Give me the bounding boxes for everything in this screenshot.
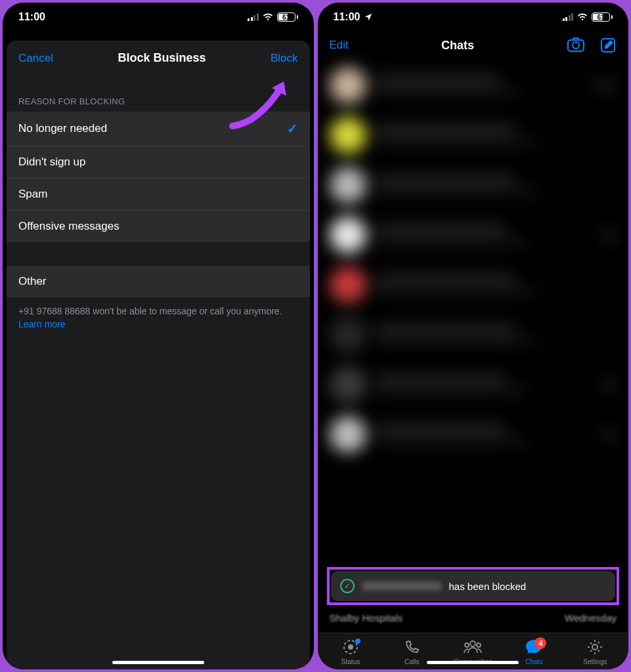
blocked-toast: ✓ has been blocked [331, 571, 616, 601]
svg-point-7 [477, 643, 481, 647]
avatar [330, 366, 366, 403]
status-time: 11:00 [18, 11, 45, 23]
chat-time: Today [592, 80, 617, 91]
reason-offensive[interactable]: Offensive messages [7, 211, 310, 242]
reason-label: Spam [18, 188, 47, 201]
reason-spam[interactable]: Spam [7, 178, 310, 211]
battery-icon: 61 [277, 12, 298, 22]
reason-no-longer-needed[interactable]: No longer needed ✓ [7, 112, 310, 146]
wifi-icon [577, 12, 588, 22]
reason-label: Other [18, 275, 47, 288]
tab-label: Calls [404, 658, 419, 665]
avatar [330, 117, 366, 154]
tab-label: Chats [525, 658, 542, 665]
chat-row[interactable] [323, 110, 624, 160]
chats-badge: 4 [534, 637, 546, 649]
tab-label: Status [341, 658, 360, 665]
svg-point-4 [348, 644, 353, 650]
svg-point-5 [470, 641, 475, 646]
peek-row: Shalby HospitalsWednesday [330, 612, 617, 623]
nav-bar: Edit Chats [318, 32, 629, 60]
nav-title: Chats [441, 39, 474, 52]
wifi-icon [262, 12, 274, 22]
tab-status[interactable]: Status [328, 639, 374, 665]
toast-text: has been blocked [449, 581, 527, 592]
avatar [330, 266, 366, 303]
reason-didnt-sign-up[interactable]: Didn't sign up [7, 146, 310, 178]
toast-highlight: ✓ has been blocked [327, 567, 620, 605]
chat-row[interactable]: day [323, 410, 624, 459]
status-dot-icon [355, 639, 360, 644]
chat-row[interactable]: day [323, 360, 624, 410]
tab-label: Settings [583, 658, 607, 665]
location-icon [364, 12, 373, 22]
checkmark-icon: ✓ [287, 121, 298, 136]
status-time: 11:00 [334, 11, 360, 23]
section-header: REASON FOR BLOCKING [7, 75, 310, 112]
svg-point-8 [592, 644, 598, 650]
block-button[interactable]: Block [271, 52, 298, 65]
avatar [330, 316, 366, 353]
block-sheet: Cancel Block Business Block REASON FOR B… [7, 41, 310, 669]
reason-list: No longer needed ✓ Didn't sign up Spam O… [7, 112, 310, 242]
signal-icon [248, 13, 259, 21]
learn-more-link[interactable]: Learn more [18, 319, 66, 329]
reason-label: No longer needed [18, 122, 107, 135]
phone-right-chats: 11:00 61 Edit Chats Todaydaydayday ✓ has… [318, 3, 629, 669]
chat-row[interactable] [323, 310, 624, 360]
edit-button[interactable]: Edit [330, 39, 349, 52]
chat-row[interactable] [323, 160, 624, 210]
battery-icon: 61 [592, 12, 613, 22]
camera-icon[interactable] [567, 37, 585, 52]
phone-left-block-business: 11:00 61 Cancel Block Business Block REA… [3, 3, 314, 669]
reason-other[interactable]: Other [7, 266, 310, 297]
cancel-button[interactable]: Cancel [18, 52, 53, 65]
tab-settings[interactable]: Settings [572, 639, 618, 665]
reason-label: Didn't sign up [18, 156, 85, 169]
check-circle-icon: ✓ [340, 579, 355, 593]
chat-row[interactable] [323, 260, 624, 310]
avatar [330, 416, 366, 453]
status-bar: 11:00 61 [3, 3, 314, 32]
avatar [330, 167, 366, 203]
sheet-title: Block Business [118, 51, 206, 65]
avatar [330, 217, 366, 253]
svg-point-1 [573, 42, 579, 49]
chat-row[interactable]: Today [323, 60, 624, 110]
chat-row[interactable]: day [323, 210, 624, 260]
footer-text: +91 97688 88688 won't be able to message… [7, 297, 310, 339]
home-indicator [427, 661, 519, 664]
chat-list[interactable]: Todaydaydayday [318, 60, 629, 633]
signal-icon [563, 13, 574, 21]
chat-time: day [601, 230, 617, 240]
status-bar: 11:00 61 [318, 3, 629, 32]
redacted-name [362, 581, 441, 591]
svg-point-6 [465, 643, 469, 647]
avatar [330, 67, 366, 104]
home-indicator [112, 661, 204, 664]
reason-label: Offensive messages [18, 220, 120, 233]
compose-icon[interactable] [599, 37, 617, 54]
chat-time: day [601, 429, 617, 440]
chat-time: day [601, 379, 617, 390]
